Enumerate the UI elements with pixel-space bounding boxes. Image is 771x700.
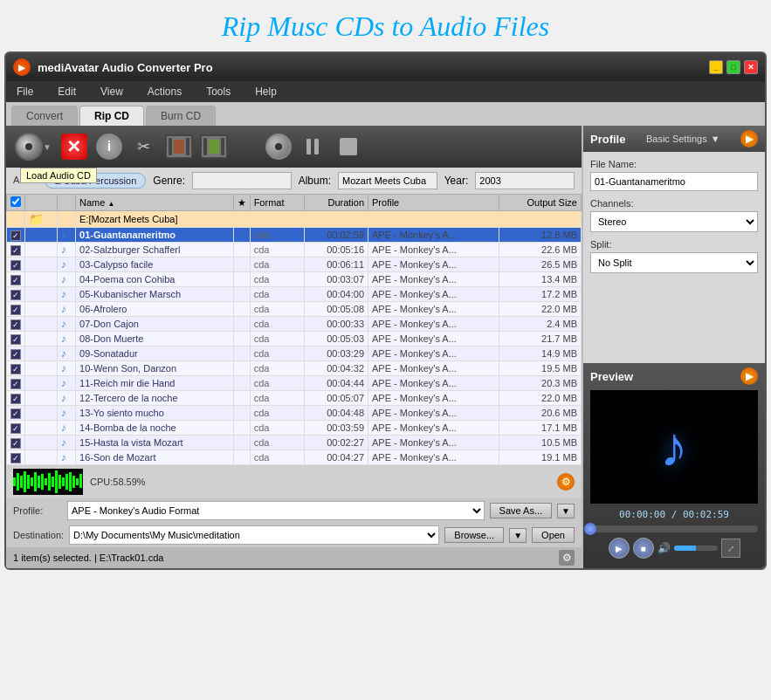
col-header-duration[interactable]: Duration: [304, 195, 368, 211]
menu-file[interactable]: File: [11, 83, 38, 100]
row-size: 2.4 MB: [499, 317, 581, 332]
menu-edit[interactable]: Edit: [52, 83, 81, 100]
row-checkbox[interactable]: ✓: [10, 319, 21, 330]
row-checkbox[interactable]: ✓: [10, 453, 21, 463]
tab-burn-cd[interactable]: Burn CD: [146, 106, 216, 126]
row-checkbox[interactable]: ✓: [10, 394, 21, 404]
channels-select[interactable]: Stereo: [590, 211, 758, 232]
cut-icon-btn[interactable]: ✂: [128, 131, 160, 162]
browse-arrow[interactable]: ▼: [509, 528, 527, 543]
row-checkbox[interactable]: ✓: [10, 245, 21, 256]
col-header-profile[interactable]: Profile: [368, 195, 499, 211]
profile-play-button[interactable]: ▶: [740, 130, 758, 148]
pause-button[interactable]: [298, 131, 329, 162]
tab-convert[interactable]: Convert: [11, 106, 78, 126]
table-row[interactable]: ✓ ♪ 07-Don Cajon cda 00:00:33 APE - Monk…: [7, 317, 582, 332]
menu-help[interactable]: Help: [250, 83, 282, 100]
row-name: 16-Son de Mozart: [76, 450, 234, 465]
select-all-checkbox[interactable]: [10, 196, 21, 207]
row-checkbox[interactable]: ✓: [10, 305, 21, 315]
row-checkbox[interactable]: ✓: [10, 408, 21, 419]
row-type-icon: ♪: [57, 228, 75, 243]
title-bar: ▶ mediAvatar Audio Converter Pro _ □ ✕: [6, 53, 765, 81]
table-row[interactable]: ✓ ♪ 16-Son de Mozart cda 00:04:27 APE - …: [7, 450, 582, 465]
row-checkbox[interactable]: ✓: [10, 423, 21, 434]
preview-arrow-button[interactable]: ▶: [740, 367, 758, 385]
stop-button[interactable]: [333, 131, 364, 162]
menu-actions[interactable]: Actions: [142, 83, 187, 100]
row-star: [233, 361, 250, 376]
col-header-size[interactable]: Output Size: [499, 195, 581, 211]
open-button[interactable]: Open: [532, 527, 575, 543]
cd-spin-button[interactable]: [263, 131, 294, 162]
table-row[interactable]: ✓ ♪ 06-Afrolero cda 00:05:08 APE - Monke…: [7, 302, 582, 317]
row-checkbox[interactable]: ✓: [10, 364, 21, 374]
table-row[interactable]: ✓ ♪ 11-Reich mir die Hand cda 00:04:44 A…: [7, 376, 582, 391]
save-as-arrow[interactable]: ▼: [557, 504, 575, 518]
menu-view[interactable]: View: [95, 83, 128, 100]
play-button[interactable]: ▶: [609, 538, 630, 559]
svg-rect-2: [20, 476, 23, 488]
table-row[interactable]: ✓ ♪ 02-Salzburger Schafferl cda 00:05:16…: [7, 243, 582, 257]
table-row[interactable]: ✓ ♪ 15-Hasta la vista Mozart cda 00:02:2…: [7, 436, 582, 450]
table-row[interactable]: ✓ ♪ 12-Tercero de la noche cda 00:05:07 …: [7, 391, 582, 406]
profile-select[interactable]: APE - Monkey's Audio Format: [67, 501, 485, 520]
menu-tools[interactable]: Tools: [201, 83, 236, 100]
progress-thumb[interactable]: [584, 523, 596, 535]
maximize-button[interactable]: □: [726, 60, 740, 74]
gear-button[interactable]: ⚙: [559, 550, 575, 566]
table-row[interactable]: ✓ ♪ 13-Yo siento mucho cda 00:04:48 APE …: [7, 406, 582, 421]
col-header-name[interactable]: Name ▲: [76, 195, 234, 211]
browse-button[interactable]: Browse...: [444, 527, 504, 543]
row-type-icon: ♪: [57, 406, 75, 421]
row-type-icon: ♪: [57, 391, 75, 406]
settings-icon-btn[interactable]: ⚙: [557, 473, 575, 491]
album-input[interactable]: [338, 172, 437, 189]
stop-player-button[interactable]: ■: [633, 538, 654, 559]
progress-bar[interactable]: [590, 525, 758, 532]
row-checkbox[interactable]: ✓: [10, 260, 21, 271]
col-header-format[interactable]: Format: [250, 195, 304, 211]
expand-button[interactable]: ⤢: [721, 539, 740, 558]
row-star: [233, 450, 250, 465]
row-star: [233, 421, 250, 436]
row-star: [233, 243, 250, 257]
table-row[interactable]: ✓ ♪ 09-Sonatadur cda 00:03:29 APE - Monk…: [7, 347, 582, 361]
tab-rip-cd[interactable]: Rip CD: [79, 106, 144, 126]
close-button[interactable]: ✕: [744, 60, 758, 74]
row-profile: APE - Monkey's A...: [368, 347, 499, 361]
basic-settings-label[interactable]: Basic Settings: [646, 134, 707, 144]
file-name-input[interactable]: [590, 172, 758, 191]
profile-panel-title: Profile: [590, 133, 625, 146]
row-checkbox[interactable]: ✓: [10, 438, 21, 449]
table-row[interactable]: ✓ ♪ 10-Wenn Son, Danzon cda 00:04:32 APE…: [7, 361, 582, 376]
row-checkbox[interactable]: ✓: [10, 349, 21, 360]
table-row[interactable]: ✓ ♪ 08-Don Muerte cda 00:05:03 APE - Mon…: [7, 332, 582, 347]
save-as-button[interactable]: Save As...: [490, 503, 553, 518]
table-row[interactable]: ✓ ♪ 01-Guantanameritmo cda 00:02:59 APE …: [7, 228, 582, 243]
year-input[interactable]: [475, 172, 575, 189]
film-btn-1[interactable]: [163, 131, 195, 162]
row-checkbox[interactable]: ✓: [10, 334, 21, 345]
table-row[interactable]: ✓ ♪ 04-Poema con Cohiba cda 00:03:07 APE…: [7, 272, 582, 287]
table-row[interactable]: ✓ ♪ 05-Kubanischer Marsch cda 00:04:00 A…: [7, 287, 582, 302]
row-type-icon: ♪: [57, 347, 75, 361]
status-text: 1 item(s) selected. | E:\Track01.cda: [13, 552, 163, 563]
page-title: Rip Musc CDs to Audio Files: [0, 0, 771, 51]
dest-select[interactable]: D:\My Documents\My Music\meditation: [69, 525, 439, 545]
split-select[interactable]: No Split: [590, 252, 758, 273]
clear-button[interactable]: ✕: [59, 131, 90, 162]
info-button[interactable]: i: [93, 131, 125, 162]
film-btn-2[interactable]: [198, 131, 230, 162]
table-row[interactable]: ✓ ♪ 03-Calypso facile cda 00:06:11 APE -…: [7, 257, 582, 272]
row-star: [233, 317, 250, 332]
minimize-button[interactable]: _: [709, 60, 723, 74]
row-checkbox[interactable]: ✓: [10, 379, 21, 389]
table-row[interactable]: ✓ ♪ 14-Bomba de la noche cda 00:03:59 AP…: [7, 421, 582, 436]
volume-slider[interactable]: [674, 546, 718, 551]
row-checkbox[interactable]: ✓: [10, 230, 21, 241]
load-cd-button[interactable]: Load Audio CD: [13, 131, 45, 162]
row-checkbox[interactable]: ✓: [10, 275, 21, 285]
row-checkbox[interactable]: ✓: [10, 290, 21, 300]
genre-input[interactable]: [192, 172, 292, 189]
